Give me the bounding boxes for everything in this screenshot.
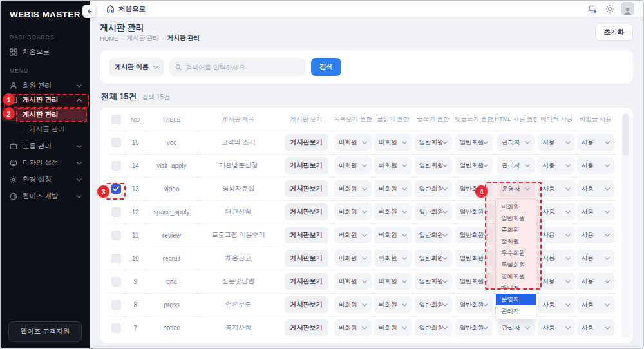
editor-use-select[interactable]: 사용 (538, 134, 575, 151)
sidebar-item-settings[interactable]: 환경 설정 (1, 173, 90, 186)
list-permission-select[interactable]: 비회원 (334, 250, 372, 267)
sidebar-item-home[interactable]: 처음으로 (1, 46, 90, 59)
secret-use-select[interactable]: 사용 (577, 227, 614, 243)
write-permission-select[interactable]: 일반회원 (415, 296, 452, 313)
view-board-button[interactable]: 게시판보기 (285, 203, 328, 220)
view-board-button[interactable]: 게시판보기 (285, 134, 328, 151)
dropdown-option[interactable]: 비회원 (496, 201, 536, 212)
theme-toggle-button[interactable] (603, 2, 617, 16)
comment-permission-select[interactable]: 일반회원 (455, 296, 493, 313)
write-permission-select[interactable]: 일반회원 (415, 157, 452, 174)
view-board-button[interactable]: 게시판보기 (285, 273, 328, 290)
html-permission-select[interactable]: 관리자 (497, 134, 535, 151)
comment-permission-select[interactable]: 일반회원 (455, 203, 493, 220)
write-permission-select[interactable]: 일반회원 (415, 180, 452, 197)
sidebar-item-dev[interactable]: 웹이즈 개발 (1, 190, 90, 203)
dropdown-option[interactable]: 준회원 (496, 224, 536, 236)
comment-permission-select[interactable]: 일반회원 (455, 134, 493, 151)
secret-use-select[interactable]: 사용 (577, 180, 614, 197)
dropdown-option[interactable]: 운영자 (496, 294, 536, 305)
row-checkbox[interactable] (111, 207, 121, 217)
read-permission-select[interactable]: 비회원 (374, 319, 412, 336)
row-checkbox[interactable] (111, 184, 121, 194)
read-permission-select[interactable]: 비회원 (374, 134, 412, 151)
view-board-button[interactable]: 게시판보기 (285, 319, 328, 336)
read-permission-select[interactable]: 비회원 (374, 203, 412, 220)
write-permission-select[interactable]: 일반회원 (415, 203, 452, 220)
secret-use-select[interactable]: 사용 (577, 250, 614, 267)
list-permission-select[interactable]: 비회원 (334, 134, 372, 151)
search-input[interactable] (185, 64, 300, 71)
view-board-button[interactable]: 게시판보기 (285, 227, 328, 243)
dropdown-option[interactable]: 관리자 (496, 305, 536, 317)
comment-permission-select[interactable]: 일반회원 (455, 180, 493, 197)
home-icon[interactable] (106, 5, 115, 13)
write-permission-select[interactable]: 일반회원 (415, 134, 452, 151)
editor-use-select[interactable]: 사용 (538, 250, 575, 267)
row-checkbox[interactable] (111, 300, 121, 310)
view-board-button[interactable]: 게시판보기 (285, 180, 328, 197)
read-permission-select[interactable]: 비회원 (374, 157, 412, 174)
row-checkbox[interactable] (111, 323, 121, 333)
scrollbar-thumb[interactable] (623, 114, 629, 155)
dropdown-option[interactable]: 정회원 (496, 236, 536, 247)
list-permission-select[interactable]: 비회원 (334, 296, 372, 313)
list-permission-select[interactable]: 비회원 (334, 273, 372, 290)
secret-use-select[interactable]: 사용 (577, 134, 614, 151)
row-checkbox[interactable] (111, 138, 121, 147)
breadcrumb-home[interactable]: HOME (100, 35, 118, 42)
search-filter-select[interactable]: 게시판 이름 (109, 58, 164, 76)
user-avatar[interactable] (621, 2, 634, 15)
dropdown-option[interactable]: 특별회원 (496, 259, 536, 270)
editor-use-select[interactable]: 사용 (538, 157, 575, 174)
topbar-home-label[interactable]: 처음으로 (118, 5, 146, 14)
comment-permission-select[interactable]: 일반회원 (455, 227, 493, 243)
editor-use-select[interactable]: 사용 (538, 319, 575, 336)
secret-use-select[interactable]: 사용 (577, 157, 614, 174)
comment-permission-select[interactable]: 일반회원 (455, 250, 493, 267)
read-permission-select[interactable]: 비회원 (374, 273, 412, 290)
dropdown-option[interactable]: 우수회원 (496, 247, 536, 259)
notifications-button[interactable] (585, 2, 599, 16)
table-scrollbar[interactable] (621, 113, 630, 338)
list-permission-select[interactable]: 비회원 (334, 203, 372, 220)
row-checkbox[interactable] (111, 277, 121, 287)
html-permission-select[interactable]: 운영자비회원일반회원준회원정회원우수회원특별회원명예회원매니저운영자관리자 (497, 180, 535, 197)
row-checkbox[interactable] (111, 161, 121, 171)
write-permission-select[interactable]: 일반회원 (415, 227, 452, 243)
row-checkbox[interactable] (111, 231, 121, 240)
read-permission-select[interactable]: 비회원 (374, 180, 412, 197)
reset-button[interactable]: 초기화 (595, 24, 634, 41)
comment-permission-select[interactable]: 일반회원 (455, 273, 493, 290)
view-board-button[interactable]: 게시판보기 (285, 157, 328, 174)
editor-use-select[interactable]: 사용 (538, 296, 575, 313)
html-permission-select[interactable]: 관리자 (497, 319, 535, 336)
list-permission-select[interactable]: 비회원 (334, 180, 372, 197)
secret-use-select[interactable]: 사용 (577, 273, 614, 290)
row-checkbox[interactable] (111, 254, 121, 263)
secret-use-select[interactable]: 사용 (577, 319, 614, 336)
breadcrumb-item[interactable]: 게시판 관리 (127, 34, 159, 42)
sidebar-subitem-board-manage[interactable]: 게시판 관리 (2, 108, 87, 121)
sidebar-subitem-post-manage[interactable]: · 게시글 관리 (1, 122, 90, 136)
sidebar-item-boards[interactable]: 게시판 관리 (1, 93, 90, 106)
sidebar-item-members[interactable]: 회원 관리 (1, 79, 90, 92)
sidebar-item-design[interactable]: 디자인 설정 (1, 156, 90, 169)
secret-use-select[interactable]: 사용 (577, 203, 614, 220)
view-board-button[interactable]: 게시판보기 (285, 250, 328, 267)
dropdown-option[interactable]: 명예회원 (496, 270, 536, 282)
read-permission-select[interactable]: 비회원 (374, 227, 412, 243)
sidebar-item-modules[interactable]: 모듈 관리 (1, 140, 90, 153)
comment-permission-select[interactable]: 일반회원 (455, 319, 493, 336)
select-all-checkbox[interactable] (111, 115, 121, 124)
support-button[interactable]: 웹이즈 고객지원 (8, 321, 82, 342)
sidebar-collapse-button[interactable] (82, 5, 96, 18)
editor-use-select[interactable]: 사용 (538, 227, 575, 243)
read-permission-select[interactable]: 비회원 (374, 296, 412, 313)
list-permission-select[interactable]: 비회원 (334, 319, 372, 336)
html-permission-select[interactable]: 관리자 (497, 157, 535, 174)
read-permission-select[interactable]: 비회원 (374, 250, 412, 267)
search-button[interactable]: 검색 (311, 58, 341, 76)
editor-use-select[interactable]: 사용 (538, 180, 575, 197)
view-board-button[interactable]: 게시판보기 (285, 296, 328, 313)
